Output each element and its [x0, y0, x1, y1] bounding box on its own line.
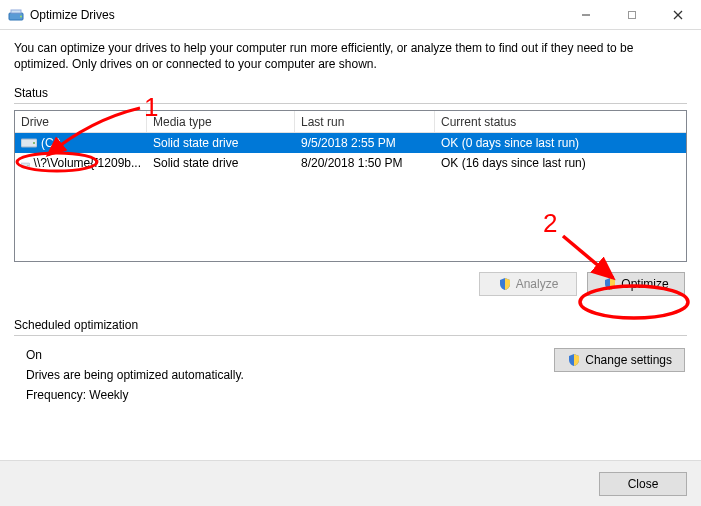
- drive-icon: [21, 157, 30, 169]
- close-label: Close: [628, 477, 659, 491]
- cell-drive: (C:): [41, 136, 61, 150]
- close-button[interactable]: Close: [599, 472, 687, 496]
- app-icon: [8, 7, 24, 23]
- close-window-button[interactable]: [655, 0, 701, 29]
- footer: Close: [0, 460, 701, 506]
- action-button-row: Analyze Optimize: [14, 272, 685, 296]
- svg-rect-4: [629, 11, 636, 18]
- change-settings-button[interactable]: Change settings: [554, 348, 685, 372]
- cell-last-run: 9/5/2018 2:55 PM: [295, 136, 435, 150]
- header-drive[interactable]: Drive: [15, 111, 147, 132]
- table-row[interactable]: \\?\Volume{f1209b... Solid state drive 8…: [15, 153, 686, 173]
- cell-media-type: Solid state drive: [147, 136, 295, 150]
- header-current-status[interactable]: Current status: [435, 111, 686, 132]
- minimize-button[interactable]: [563, 0, 609, 29]
- divider: [14, 103, 687, 104]
- shield-icon: [498, 277, 512, 291]
- cell-status: OK (0 days since last run): [435, 136, 686, 150]
- scheduled-state: On: [26, 348, 244, 362]
- annotation-number-2: 2: [543, 208, 557, 239]
- svg-point-1: [20, 15, 22, 17]
- scheduled-desc: Drives are being optimized automatically…: [26, 368, 244, 382]
- header-media-type[interactable]: Media type: [147, 111, 295, 132]
- drives-table: Drive Media type Last run Current status…: [14, 110, 687, 262]
- drive-icon: [21, 137, 37, 149]
- shield-icon: [603, 277, 617, 291]
- intro-text: You can optimize your drives to help you…: [14, 40, 687, 72]
- cell-last-run: 8/20/2018 1:50 PM: [295, 156, 435, 170]
- maximize-button[interactable]: [609, 0, 655, 29]
- svg-point-10: [27, 165, 28, 166]
- status-label: Status: [14, 86, 687, 100]
- divider: [14, 335, 687, 336]
- scheduled-label: Scheduled optimization: [14, 318, 687, 332]
- cell-drive: \\?\Volume{f1209b...: [34, 156, 141, 170]
- analyze-button: Analyze: [479, 272, 577, 296]
- scheduled-section: Scheduled optimization On Drives are bei…: [14, 318, 687, 408]
- optimize-label: Optimize: [621, 277, 668, 291]
- annotation-number-1: 1: [144, 92, 158, 123]
- table-header-row: Drive Media type Last run Current status: [15, 111, 686, 133]
- svg-rect-2: [11, 10, 21, 13]
- cell-status: OK (16 days since last run): [435, 156, 686, 170]
- window-title: Optimize Drives: [30, 8, 563, 22]
- scheduled-frequency: Frequency: Weekly: [26, 388, 244, 402]
- cell-media-type: Solid state drive: [147, 156, 295, 170]
- header-last-run[interactable]: Last run: [295, 111, 435, 132]
- change-settings-label: Change settings: [585, 353, 672, 367]
- window-controls: [563, 0, 701, 29]
- shield-icon: [567, 353, 581, 367]
- titlebar: Optimize Drives: [0, 0, 701, 30]
- analyze-label: Analyze: [516, 277, 559, 291]
- optimize-button[interactable]: Optimize: [587, 272, 685, 296]
- svg-point-8: [33, 142, 35, 144]
- table-row[interactable]: (C:) Solid state drive 9/5/2018 2:55 PM …: [15, 133, 686, 153]
